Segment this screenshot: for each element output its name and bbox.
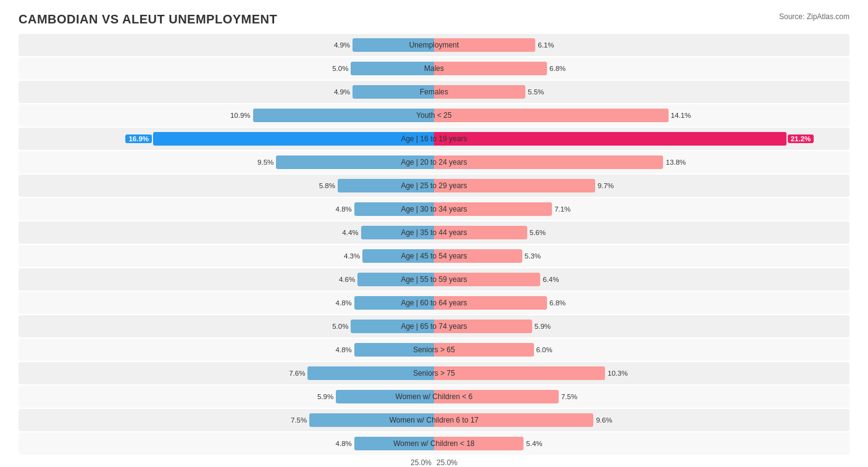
row-left-section: 4.4%: [19, 221, 434, 244]
bar-pink: [434, 296, 547, 310]
chart-row: 4.6%6.4%Age | 55 to 59 years: [19, 268, 849, 291]
bar-pink: [434, 273, 540, 286]
row-left-section: 5.0%: [19, 315, 434, 337]
bar-pink: [434, 62, 547, 75]
row-right-section: 10.3%: [434, 362, 849, 384]
bar-blue: [353, 85, 434, 99]
row-right-section: 5.3%: [434, 245, 849, 267]
value-left: 5.9%: [317, 393, 333, 400]
bar-pink: [434, 366, 605, 380]
value-left: 4.4%: [342, 229, 358, 236]
row-right-section: 6.1%: [434, 34, 849, 56]
row-right-section: 14.1%: [434, 104, 849, 126]
bar-pink: [434, 390, 559, 403]
bar-blue: [153, 132, 434, 146]
chart-row: 4.3%5.3%Age | 45 to 54 years: [19, 245, 849, 267]
row-right-section: 7.1%: [434, 198, 849, 220]
bar-blue: [354, 296, 434, 310]
value-right: 10.3%: [607, 370, 628, 377]
row-left-section: 4.6%: [19, 268, 434, 291]
row-left-section: 4.8%: [19, 339, 434, 361]
value-right: 6.8%: [549, 299, 565, 307]
chart-row: 4.4%5.6%Age | 35 to 44 years: [19, 221, 849, 244]
row-right-section: 6.4%: [434, 268, 849, 291]
bar-pink: [434, 343, 534, 357]
row-left-section: 5.8%: [19, 175, 434, 197]
value-left: 9.5%: [257, 159, 273, 166]
chart-container: CAMBODIAN VS ALEUT UNEMPLOYMENT Source: …: [0, 0, 868, 467]
chart-row: 9.5%13.8%Age | 20 to 24 years: [19, 151, 849, 173]
row-left-section: 4.8%: [19, 432, 434, 455]
value-right: 13.8%: [666, 159, 686, 166]
bar-blue: [362, 249, 434, 263]
value-right: 5.9%: [535, 323, 551, 330]
bar-blue: [354, 343, 434, 357]
chart-row: 7.5%9.6%Women w/ Children 6 to 17: [19, 409, 849, 431]
chart-row: 4.9%5.5%Females: [19, 81, 849, 103]
value-right: 6.0%: [536, 346, 553, 353]
bar-pink: [434, 226, 527, 239]
value-left: 4.9%: [334, 41, 350, 49]
axis-row: 25.0% 25.0%: [19, 458, 849, 467]
bar-pink: [434, 413, 593, 427]
bar-pink: [434, 320, 532, 333]
row-left-section: 4.9%: [19, 81, 434, 103]
bar-pink: [434, 85, 525, 99]
bar-blue: [361, 226, 434, 239]
value-left: 4.8%: [336, 440, 352, 447]
row-left-section: 5.0%: [19, 57, 434, 80]
value-left: 4.8%: [336, 205, 352, 213]
axis-right: 25.0%: [434, 458, 849, 467]
bar-blue: [336, 390, 434, 403]
value-right: 5.4%: [526, 440, 542, 447]
value-left: 16.9%: [125, 134, 152, 143]
chart-row: 7.6%10.3%Seniors > 75: [19, 362, 849, 384]
axis-left: 25.0%: [19, 458, 434, 467]
bar-pink: [434, 179, 595, 192]
chart-header: CAMBODIAN VS ALEUT UNEMPLOYMENT Source: …: [19, 12, 849, 27]
row-right-section: 21.2%: [434, 128, 849, 150]
chart-row: 4.8%6.8%Age | 60 to 64 years: [19, 292, 849, 314]
row-left-section: 4.8%: [19, 198, 434, 220]
chart-row: 4.8%5.4%Women w/ Children < 18: [19, 432, 849, 455]
bar-blue: [353, 38, 434, 52]
chart-row: 4.8%6.0%Seniors > 65: [19, 339, 849, 361]
row-right-section: 9.6%: [434, 409, 849, 431]
row-right-section: 5.5%: [434, 81, 849, 103]
value-right: 9.6%: [596, 416, 612, 424]
value-left: 5.0%: [332, 323, 348, 330]
chart-row: 5.0%5.9%Age | 65 to 74 years: [19, 315, 849, 337]
bar-pink: [434, 109, 669, 122]
bar-blue: [354, 437, 434, 450]
row-right-section: 13.8%: [434, 151, 849, 173]
chart-row: 4.9%6.1%Unemployment: [19, 34, 849, 56]
chart-row: 10.9%14.1%Youth < 25: [19, 104, 849, 126]
chart-row: 4.8%7.1%Age | 30 to 34 years: [19, 198, 849, 220]
row-right-section: 5.6%: [434, 221, 849, 244]
chart-source: Source: ZipAtlas.com: [779, 12, 849, 21]
value-right: 5.5%: [528, 88, 544, 96]
bar-pink: [434, 437, 524, 450]
row-left-section: 9.5%: [19, 151, 434, 173]
value-right: 9.7%: [598, 182, 614, 189]
value-right: 5.6%: [530, 229, 546, 236]
value-right: 21.2%: [788, 134, 814, 143]
row-left-section: 5.9%: [19, 386, 434, 408]
bar-blue: [307, 366, 434, 380]
chart-row: 5.0%6.8%Males: [19, 57, 849, 80]
value-right: 6.8%: [549, 65, 565, 72]
value-right: 5.3%: [525, 252, 541, 260]
bar-blue: [351, 62, 434, 75]
value-left: 5.0%: [332, 65, 348, 72]
chart-row: 16.9%21.2%Age | 16 to 19 years: [19, 128, 849, 150]
value-left: 10.9%: [230, 112, 251, 119]
row-right-section: 6.8%: [434, 292, 849, 314]
bar-blue: [357, 273, 434, 286]
value-right: 7.5%: [561, 393, 577, 400]
row-right-section: 9.7%: [434, 175, 849, 197]
bar-blue: [253, 109, 434, 122]
value-left: 4.3%: [344, 252, 360, 260]
row-right-section: 7.5%: [434, 386, 849, 408]
row-left-section: 16.9%: [19, 128, 434, 150]
row-left-section: 4.8%: [19, 292, 434, 314]
